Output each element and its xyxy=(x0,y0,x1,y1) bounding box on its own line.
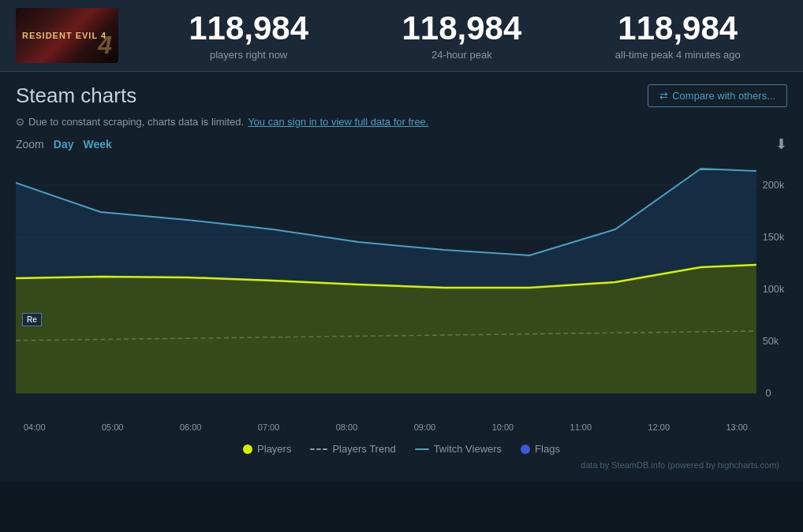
stat-current-number: 118,984 xyxy=(189,10,308,47)
stat-24h-number: 118,984 xyxy=(402,10,522,47)
legend-dash-1 xyxy=(310,448,315,450)
legend-trend-label: Players Trend xyxy=(332,443,395,455)
legend-dash-3 xyxy=(323,448,327,450)
compare-label: Compare with others... xyxy=(672,90,775,102)
stat-current-label: players right now xyxy=(189,49,308,61)
legend-twitch-label: Twitch Viewers xyxy=(434,443,502,455)
data-credit: data by SteamDB.info (powered by highcha… xyxy=(16,459,787,474)
chart-svg: 200k 150k 100k 50k 0 xyxy=(16,159,787,419)
compare-icon: ⇄ xyxy=(659,90,668,102)
x-label-0: 04:00 xyxy=(24,422,46,432)
svg-text:0: 0 xyxy=(766,387,771,399)
zoom-week[interactable]: Week xyxy=(83,138,111,151)
charts-section: Steam charts ⇄ Compare with others... ⊙ … xyxy=(0,72,803,482)
legend-players: Players xyxy=(243,443,291,455)
x-label-8: 12:00 xyxy=(648,422,670,432)
chart-container: Re 200k 150k 100k 50k 0 xyxy=(16,159,787,419)
legend-flags: Flags xyxy=(521,443,560,455)
game-title: RESIDENT EVIL 4 xyxy=(22,30,106,41)
zoom-bar: Zoom Day Week ⬇ xyxy=(16,136,787,153)
x-axis: 04:00 05:00 06:00 07:00 08:00 09:00 10:0… xyxy=(16,419,787,435)
x-label-3: 07:00 xyxy=(258,422,280,432)
stat-alltime-number: 118,984 xyxy=(615,10,741,47)
re-label: Re xyxy=(22,313,42,326)
x-label-9: 13:00 xyxy=(726,422,748,432)
notice-bar: ⊙ Due to constant scraping, charts data … xyxy=(16,116,787,128)
stat-24h: 118,984 24-hour peak xyxy=(402,10,522,60)
zoom-label: Zoom xyxy=(16,138,44,151)
zoom-day[interactable]: Day xyxy=(54,138,74,151)
x-label-5: 09:00 xyxy=(414,422,436,432)
legend-players-dot xyxy=(243,445,252,454)
stat-24h-label: 24-hour peak xyxy=(402,49,522,61)
legend-flags-dot xyxy=(521,445,530,454)
x-label-7: 11:00 xyxy=(570,422,592,432)
charts-title: Steam charts xyxy=(16,84,136,108)
legend-twitch: Twitch Viewers xyxy=(415,443,502,455)
notice-static: Due to constant scraping, charts data is… xyxy=(28,116,244,128)
legend-twitch-line xyxy=(415,448,429,450)
notice-icon: ⊙ xyxy=(16,116,24,128)
legend-flags-label: Flags xyxy=(535,443,560,455)
legend-trend-dashes xyxy=(310,448,327,450)
svg-text:50k: 50k xyxy=(763,335,779,347)
svg-text:200k: 200k xyxy=(763,179,785,191)
stat-alltime: 118,984 all-time peak 4 minutes ago xyxy=(615,10,741,60)
stats-group: 118,984 players right now 118,984 24-hou… xyxy=(142,10,787,60)
game-thumbnail: RESIDENT EVIL 4 xyxy=(16,8,118,63)
header: RESIDENT EVIL 4 118,984 players right no… xyxy=(0,0,803,72)
legend-trend: Players Trend xyxy=(310,443,395,455)
x-label-4: 08:00 xyxy=(336,422,358,432)
stat-alltime-label: all-time peak 4 minutes ago xyxy=(615,49,741,61)
legend-dash-2 xyxy=(316,448,321,450)
x-label-6: 10:00 xyxy=(492,422,514,432)
download-icon[interactable]: ⬇ xyxy=(775,136,787,153)
svg-text:150k: 150k xyxy=(763,231,785,243)
legend: Players Players Trend Twitch Viewers Fla… xyxy=(16,435,787,459)
charts-header: Steam charts ⇄ Compare with others... xyxy=(16,84,787,108)
stat-current: 118,984 players right now xyxy=(189,10,308,60)
legend-players-label: Players xyxy=(257,443,291,455)
x-label-2: 06:00 xyxy=(180,422,202,432)
svg-text:100k: 100k xyxy=(763,283,785,295)
notice-link[interactable]: You can sign in to view full data for fr… xyxy=(248,116,428,128)
x-label-1: 05:00 xyxy=(102,422,124,432)
compare-button[interactable]: ⇄ Compare with others... xyxy=(648,84,787,107)
